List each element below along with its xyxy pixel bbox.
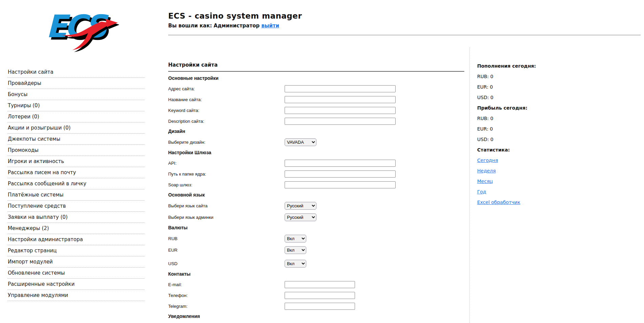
sidebar-item-email-mailing[interactable]: Рассылка писем на почту xyxy=(7,167,145,178)
stats-panel: Пополнения сегодня:RUB: 0EUR: 0USD: 0При… xyxy=(477,63,585,210)
sidebar-item-managers[interactable]: Менеджеры (2) xyxy=(7,223,145,234)
ecs-logo[interactable]: ECS xyxy=(45,5,119,52)
sidebar-item-promocodes[interactable]: Промокоды xyxy=(7,145,145,156)
header: ECS - casino system manager Вы вошли как… xyxy=(168,11,302,29)
sidebar-item-site-settings[interactable]: Настройки сайта xyxy=(7,67,145,78)
rub-currency-select[interactable]: Вкл xyxy=(285,235,306,243)
label-site-language: Выбери язык сайта xyxy=(168,203,285,209)
label-api: API: xyxy=(168,160,285,166)
label-telegram: Telegram: xyxy=(168,303,285,309)
sidebar-item-page-editor[interactable]: Редактор страниц xyxy=(7,245,145,256)
sidebar-item-system-update[interactable]: Обновление системы xyxy=(7,268,145,279)
label-core-folder-path: Путь к папке ядра: xyxy=(168,171,285,177)
section-main-language: Основной язык xyxy=(168,192,464,198)
stats-link-year[interactable]: Год xyxy=(477,189,486,195)
deposits-rub: RUB: 0 xyxy=(477,73,585,80)
sidebar-item-lotteries[interactable]: Лотереи (0) xyxy=(7,111,145,122)
email-input[interactable] xyxy=(285,281,355,288)
sidebar-item-module-import[interactable]: Импорт модулей xyxy=(7,256,145,268)
sidebar-item-system-jackpots[interactable]: Джекпоты системы xyxy=(7,134,145,145)
profit-today-header: Прибыль сегодня: xyxy=(477,105,585,111)
header-divider xyxy=(168,35,641,36)
site-address-input[interactable] xyxy=(285,85,396,92)
stats-link-month[interactable]: Месяц xyxy=(477,178,493,185)
profit-rub: RUB: 0 xyxy=(477,115,585,122)
sidebar-item-incoming-funds[interactable]: Поступление средств xyxy=(7,201,145,212)
stats-link-excel[interactable]: Excel обработчик xyxy=(477,199,520,206)
sidebar-item-promotions[interactable]: Акции и розыгрыши (0) xyxy=(7,122,145,134)
label-site-name: Название сайта: xyxy=(168,97,285,102)
section-notifications: Уведомления xyxy=(168,314,464,319)
admin-language-select[interactable]: Русский xyxy=(285,213,316,221)
row-site-language: Выбери язык сайтаРусский xyxy=(168,202,464,210)
site-keyword-input[interactable] xyxy=(285,107,396,114)
profit-eur: EUR: 0 xyxy=(477,126,585,132)
section-currencies: Валюты xyxy=(168,225,464,230)
section-basic-settings: Основные настройки xyxy=(168,75,464,81)
row-site-name: Название сайта: xyxy=(168,96,464,103)
section-gateway-settings: Настройки Шлюза xyxy=(168,150,464,155)
row-phone: Телефон: xyxy=(168,292,464,299)
deposits-today-header: Пополнения сегодня: xyxy=(477,63,585,69)
sidebar-item-tournaments[interactable]: Турниры (0) xyxy=(7,100,145,111)
row-site-description: Description сайта: xyxy=(168,118,464,125)
eur-currency-select[interactable]: Вкл xyxy=(285,246,306,254)
row-rub-currency: RUBВкл xyxy=(168,235,464,243)
page-title: ECS - casino system manager xyxy=(168,11,302,20)
label-phone: Телефон: xyxy=(168,293,285,298)
settings-title: Настройки сайта xyxy=(168,62,464,68)
login-status-text: Вы вошли как: Администратор xyxy=(168,23,260,29)
phone-input[interactable] xyxy=(285,292,355,299)
label-eur-currency: EUR xyxy=(168,247,285,253)
statistics-header: Статистика: xyxy=(477,147,585,153)
site-language-select[interactable]: Русский xyxy=(285,202,316,210)
api-input[interactable] xyxy=(285,160,396,167)
sidebar: Настройки сайтаПровайдерыБонусыТурниры (… xyxy=(7,67,145,301)
deposits-usd: USD: 0 xyxy=(477,94,585,101)
label-usd-currency: USD xyxy=(168,261,285,267)
row-site-address: Адрес сайта: xyxy=(168,85,464,92)
row-api: API: xyxy=(168,160,464,167)
sidebar-item-payout-requests[interactable]: Заявки на выплату (0) xyxy=(7,212,145,223)
ecs-logo-image: ECS xyxy=(45,5,119,52)
deposits-eur: EUR: 0 xyxy=(477,84,585,90)
site-description-input[interactable] xyxy=(285,118,396,125)
sidebar-item-advanced-settings[interactable]: Расширенные настройки xyxy=(7,279,145,290)
label-site-address: Адрес сайта: xyxy=(168,86,285,92)
main-panel: Настройки сайта Основные настройкиАдрес … xyxy=(168,62,464,323)
logout-link[interactable]: выйти xyxy=(261,23,279,29)
logo-arrowhead xyxy=(106,19,118,27)
settings-form: Основные настройкиАдрес сайта:Название с… xyxy=(168,75,464,323)
row-site-keyword: Keyword сайта: xyxy=(168,107,464,114)
label-site-keyword: Keyword сайта: xyxy=(168,108,285,113)
sidebar-item-players-activity[interactable]: Игроки и активность xyxy=(7,156,145,167)
sidebar-item-pm-mailing[interactable]: Рассылка сообщений в личку xyxy=(7,178,145,189)
label-admin-language: Выбери язык админки xyxy=(168,214,285,220)
label-design: Выберите дизайн: xyxy=(168,139,285,145)
row-core-folder-path: Путь к папке ядра: xyxy=(168,170,464,178)
sidebar-item-bonuses[interactable]: Бонусы xyxy=(7,89,145,100)
row-email: E-mail: xyxy=(168,281,464,288)
telegram-input[interactable] xyxy=(285,303,355,310)
stats-link-today[interactable]: Сегодня xyxy=(477,157,498,164)
usd-currency-select[interactable]: Вкл xyxy=(285,260,306,268)
section-contacts: Контакты xyxy=(168,271,464,277)
row-admin-language: Выбери язык админкиРусский xyxy=(168,213,464,221)
profit-usd: USD: 0 xyxy=(477,136,585,143)
content-divider xyxy=(469,47,470,323)
soap-gateway-input[interactable] xyxy=(285,181,396,188)
label-email: E-mail: xyxy=(168,282,285,287)
settings-title-divider xyxy=(168,71,464,72)
row-usd-currency: USDВкл xyxy=(168,260,464,268)
label-site-description: Description сайта: xyxy=(168,118,285,124)
sidebar-item-providers[interactable]: Провайдеры xyxy=(7,78,145,89)
row-soap-gateway: Soap шлюз: xyxy=(168,181,464,188)
site-name-input[interactable] xyxy=(285,96,396,103)
sidebar-item-admin-settings[interactable]: Настройки администратора xyxy=(7,234,145,245)
sidebar-item-module-management[interactable]: Управление модулями xyxy=(7,290,145,301)
sidebar-item-payment-systems[interactable]: Платёжные системы xyxy=(7,189,145,201)
row-telegram: Telegram: xyxy=(168,303,464,310)
design-select[interactable]: VAVADA xyxy=(285,138,316,146)
stats-link-week[interactable]: Неделя xyxy=(477,168,496,174)
core-folder-path-input[interactable] xyxy=(285,170,396,178)
